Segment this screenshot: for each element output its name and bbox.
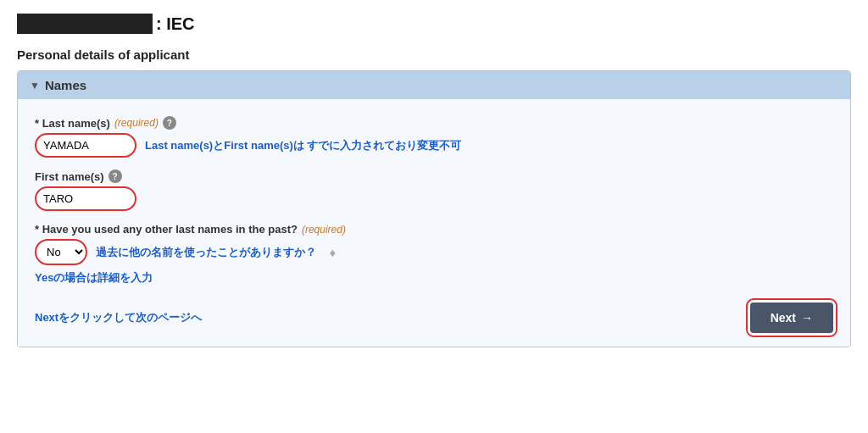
other-last-names-select-row: No Yes 過去に他の名前を使ったことがありますか？ ⬧ [35,239,833,265]
last-name-label: * Last name(s) (required) ? [35,116,833,130]
page-wrapper: : IEC Personal details of applicant ▼ Na… [0,0,868,361]
page-title: : IEC [156,14,195,34]
other-last-names-select[interactable]: No Yes [35,239,87,265]
first-name-input-row [35,186,833,211]
redacted-block [17,14,153,34]
last-name-help-icon[interactable]: ? [163,116,176,130]
last-name-annotation: Last name(s)とFirst name(s)は すでに入力されており変更… [145,138,461,153]
first-name-label: First name(s) ? [35,169,833,183]
first-name-input[interactable] [35,186,136,211]
other-last-names-annotation: 過去に他の名前を使ったことがありますか？ [96,245,316,260]
first-name-help-icon[interactable]: ? [108,169,122,183]
next-arrow-icon: → [801,311,813,325]
first-name-group: First name(s) ? [35,169,833,211]
bottom-annotation: Nextをクリックして次のページへ [35,310,202,325]
other-last-names-required: (required) [302,224,346,236]
last-name-input-row: Last name(s)とFirst name(s)は すでに入力されており変更… [35,133,833,158]
next-button-label: Next [771,311,796,325]
first-name-label-text: First name(s) [35,170,104,183]
card-header-label: Names [45,78,86,92]
page-title-bar: : IEC [17,14,851,34]
other-last-names-label: * Have you used any other last names in … [35,223,833,236]
next-button[interactable]: Next → [750,303,833,333]
other-names-sub-annotation: Yesの場合は詳細を入力 [35,270,833,286]
last-name-input[interactable] [35,133,136,158]
last-name-required: (required) [114,117,159,129]
section-heading: Personal details of applicant [17,47,851,62]
other-last-names-label-text: * Have you used any other last names in … [35,223,298,236]
form-card: ▼ Names * Last name(s) (required) ? Last… [17,70,851,347]
card-header[interactable]: ▼ Names [18,71,850,99]
other-last-names-annotation2: Yesの場合は詳細を入力 [35,271,153,284]
last-name-group: * Last name(s) (required) ? Last name(s)… [35,116,833,158]
card-body: * Last name(s) (required) ? Last name(s)… [18,99,850,347]
collapse-icon: ▼ [30,80,40,92]
bottom-row: Nextをクリックして次のページへ Next → [35,297,833,333]
other-last-names-group: * Have you used any other last names in … [35,223,833,286]
last-name-label-text: * Last name(s) [35,117,110,130]
